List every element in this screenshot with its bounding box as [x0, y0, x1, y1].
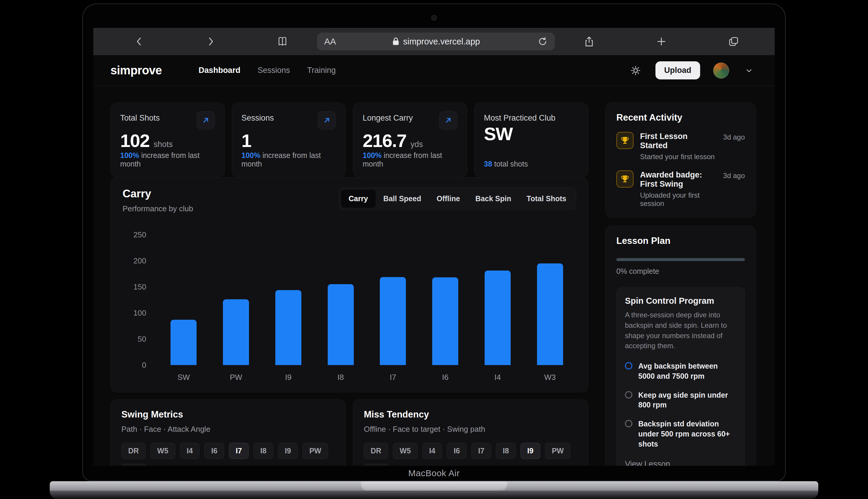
- miss-tendency-card: Miss TendencyOffline · Face to target · …: [353, 399, 588, 466]
- club-chip-i7[interactable]: I7: [471, 443, 491, 459]
- stat-unit: yds: [411, 140, 423, 149]
- program-title: Spin Control Program: [625, 296, 736, 306]
- y-tick-0: 0: [142, 361, 146, 370]
- x-label-i4: I4: [494, 373, 501, 382]
- bar-col-i4: I4: [471, 235, 524, 365]
- club-chip-sw[interactable]: SW: [121, 464, 147, 466]
- card-title: Miss Tendency: [364, 409, 577, 420]
- nav-link-training[interactable]: Training: [307, 66, 336, 75]
- view-lesson-link[interactable]: View Lesson: [625, 460, 736, 466]
- bookmarks-icon[interactable]: [276, 35, 289, 48]
- club-chip-pw[interactable]: PW: [303, 443, 328, 459]
- bar-col-i8: I8: [314, 235, 367, 365]
- bar-col-i9: I9: [262, 235, 315, 365]
- bar-col-w3: W3: [524, 235, 576, 365]
- chevron-down-icon[interactable]: [742, 64, 756, 77]
- bar-col-sw: SW: [158, 235, 210, 365]
- tab-carry[interactable]: Carry: [341, 190, 376, 208]
- tabs-overview-icon[interactable]: [727, 35, 740, 48]
- laptop-base: [50, 481, 818, 499]
- bar-sw: [171, 320, 197, 365]
- x-label-i9: I9: [285, 373, 292, 382]
- new-tab-icon[interactable]: [655, 35, 668, 48]
- arrow-up-right-icon[interactable]: [439, 111, 457, 130]
- share-icon[interactable]: [582, 35, 596, 48]
- nav-links: DashboardSessionsTraining: [199, 66, 336, 75]
- program-description: A three-session deep dive into backspin …: [625, 310, 736, 351]
- stat-label: Longest Carry: [363, 113, 413, 123]
- tab-total-shots[interactable]: Total Shots: [519, 190, 574, 208]
- club-chip-i8[interactable]: I8: [496, 443, 516, 459]
- main-content: Total Shots102shots100% increase from la…: [93, 86, 775, 466]
- stat-value: 102: [120, 130, 150, 151]
- club-chip-dr[interactable]: DR: [121, 443, 146, 459]
- bar-col-pw: PW: [210, 235, 262, 365]
- club-chip-row: DRW5I4I6I7I8I9PWSW: [364, 443, 577, 466]
- app-navbar: simprove DashboardSessionsTraining Uploa…: [93, 55, 775, 86]
- club-chip-w5[interactable]: W5: [150, 443, 175, 459]
- card-subtitle: Offline · Face to target · Swing path: [364, 425, 577, 434]
- club-chip-w5[interactable]: W5: [393, 443, 418, 459]
- forward-icon[interactable]: [204, 35, 217, 48]
- chart-plot: SWPWI9I8I7I6I4W3: [158, 235, 576, 365]
- theme-toggle-sun-icon[interactable]: [629, 64, 642, 77]
- club-chip-i6[interactable]: I6: [204, 443, 224, 459]
- nav-link-dashboard[interactable]: Dashboard: [199, 66, 240, 75]
- lesson-progress-label: 0% complete: [616, 267, 745, 276]
- club-chip-i9[interactable]: I9: [278, 443, 298, 459]
- y-tick-50: 50: [138, 334, 146, 344]
- club-chip-i7[interactable]: I7: [229, 443, 249, 459]
- club-chip-pw[interactable]: PW: [545, 443, 570, 459]
- lesson-progress-bar: [616, 258, 745, 261]
- radio-circle-icon[interactable]: [625, 420, 632, 427]
- back-icon[interactable]: [132, 35, 146, 48]
- lock-icon: [392, 37, 400, 46]
- club-chip-sw[interactable]: SW: [364, 464, 389, 466]
- radio-circle-icon[interactable]: [625, 362, 632, 369]
- activity-item: Awarded badge: First SwingUploaded your …: [616, 170, 745, 208]
- club-chip-i8[interactable]: I8: [253, 443, 273, 459]
- card-title: Swing Metrics: [121, 409, 335, 420]
- x-label-sw: SW: [177, 373, 190, 382]
- stat-card-sessions: Sessions1100% increase from last month: [232, 102, 346, 178]
- stat-value: 216.7: [363, 130, 406, 151]
- x-label-i8: I8: [338, 373, 344, 382]
- objective-item: Avg backspin between 5000 and 7500 rpm: [625, 361, 736, 381]
- radio-circle-icon[interactable]: [625, 391, 632, 399]
- club-chip-i6[interactable]: I6: [447, 443, 467, 459]
- bar-i8: [328, 284, 354, 365]
- club-chip-i9[interactable]: I9: [520, 443, 540, 459]
- avatar[interactable]: [713, 62, 729, 78]
- bar-i7: [380, 277, 406, 365]
- x-label-i7: I7: [390, 373, 397, 382]
- text-size-button[interactable]: AA: [324, 36, 349, 47]
- bar-chart: 050100150200250 SWPWI9I8I7I6I4W3: [123, 235, 576, 365]
- app-logo[interactable]: simprove: [110, 64, 162, 77]
- chart-y-axis: 050100150200250: [123, 235, 158, 365]
- nav-link-sessions[interactable]: Sessions: [257, 66, 290, 75]
- tab-back-spin[interactable]: Back Spin: [468, 190, 519, 208]
- program-objectives: Avg backspin between 5000 and 7500 rpmKe…: [625, 361, 736, 449]
- tab-ball-speed[interactable]: Ball Speed: [376, 190, 429, 208]
- y-tick-150: 150: [134, 282, 146, 292]
- bottom-cards-row: Swing MetricsPath · Face · Attack AngleD…: [110, 399, 588, 466]
- address-bar[interactable]: AA simprove.vercel.app: [317, 33, 555, 50]
- club-chip-dr[interactable]: DR: [364, 443, 388, 459]
- swing-metrics-card: Swing MetricsPath · Face · Attack AngleD…: [110, 399, 346, 466]
- browser-screen: AA simprove.vercel.app simprove: [93, 28, 775, 466]
- x-label-w3: W3: [544, 373, 556, 382]
- bar-col-i7: I7: [367, 235, 419, 365]
- stat-label: Sessions: [242, 113, 274, 123]
- arrow-up-right-icon[interactable]: [318, 111, 336, 130]
- bar-i6: [432, 277, 458, 365]
- recent-activity-title: Recent Activity: [616, 112, 745, 123]
- reload-icon[interactable]: [523, 36, 548, 47]
- tab-offline[interactable]: Offline: [429, 190, 468, 208]
- activity-list: First Lesson StartedStarted your first l…: [616, 132, 745, 208]
- club-chip-i4[interactable]: I4: [423, 443, 442, 459]
- upload-button[interactable]: Upload: [655, 61, 701, 80]
- club-chip-i4[interactable]: I4: [180, 443, 200, 459]
- stat-delta: 100% increase from last month: [120, 151, 215, 169]
- arrow-up-right-icon[interactable]: [197, 111, 215, 130]
- bar-col-i6: I6: [419, 235, 471, 365]
